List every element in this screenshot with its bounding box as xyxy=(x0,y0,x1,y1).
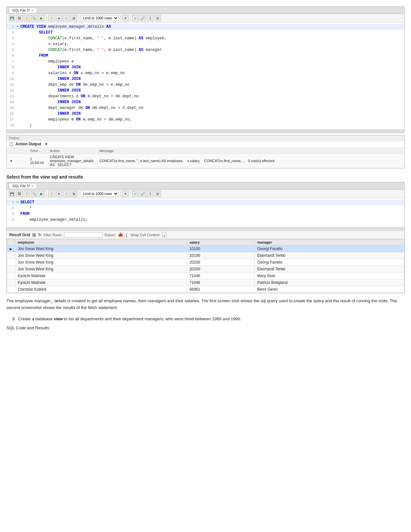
table-row[interactable]: Kyoichi Maliniak 71046 Mary Sluis xyxy=(7,273,404,279)
sep2 xyxy=(79,15,79,21)
tab-label-1: SQL File 5* xyxy=(12,8,30,12)
check-btn[interactable]: ✓ xyxy=(132,15,139,21)
circle2-btn-2[interactable]: ○ xyxy=(63,190,70,197)
status-ok-icon: ● xyxy=(10,159,12,163)
wrap-icon[interactable]: ᵪ xyxy=(162,232,166,237)
scrollbar-2[interactable] xyxy=(7,227,404,230)
code-editor-1[interactable]: 1 ● CREATE VIEW employee_manager_details… xyxy=(7,23,404,130)
table-row[interactable]: Kyoichi Maliniak 71046 Patricio Bridglan… xyxy=(7,279,404,286)
circle2-btn[interactable]: ○ xyxy=(63,15,70,21)
sql-tab-1[interactable]: SQL File 5* × xyxy=(9,7,37,13)
sql-code-results-label: SQL Code and Results xyxy=(6,325,405,330)
code2-line-3: 3 FROM xyxy=(7,211,404,217)
cell-employee-6: Kyoichi Maliniak xyxy=(15,279,187,286)
sep3 xyxy=(120,15,121,21)
find-btn[interactable]: 🔍 xyxy=(31,15,37,21)
sep1-2 xyxy=(46,191,47,197)
run-btn-2[interactable]: ⚡ xyxy=(24,190,30,197)
star-btn-2[interactable]: ✦ xyxy=(122,190,129,197)
limit-select-2[interactable]: Limit to 1000 rowsLimit to 500 rowsNo Li… xyxy=(81,191,119,197)
limit-select-1[interactable]: Limit to 1000 rowsLimit to 500 rowsNo Li… xyxy=(81,15,119,21)
scrollbar-1[interactable] xyxy=(7,130,404,133)
cell-salary-2: 10100 xyxy=(187,252,254,259)
code-line-5: 5 CONCAT(m.first_name, ' ', m.last_name)… xyxy=(7,47,404,53)
cols-btn-2[interactable]: ⊟ xyxy=(154,190,161,197)
table-row[interactable]: Jon Snow West King 20200 Georgi Facello xyxy=(7,259,404,266)
tab-bar-1: SQL File 5* × xyxy=(7,7,404,14)
cell-manager-5: Mary Sluis xyxy=(255,273,404,279)
sep4 xyxy=(130,15,131,21)
row-arrow-4 xyxy=(7,266,15,273)
search2-btn-2[interactable]: 🔎 xyxy=(140,190,146,197)
action-output-title: Action Output xyxy=(15,142,41,146)
col-employee-header: employee xyxy=(15,239,187,246)
num-btn-2[interactable]: 1 xyxy=(147,190,153,197)
code-line-7: 7 employees e xyxy=(7,59,404,64)
search2-btn[interactable]: 🔎 xyxy=(140,15,146,21)
code-line-2: 2 SELECT xyxy=(7,30,404,35)
circle-btn[interactable]: ● xyxy=(56,15,62,21)
star-btn[interactable]: ✦ xyxy=(122,15,129,21)
code-line-15: 15 dept_manager dm ON dm.dept_no = d.dep… xyxy=(7,105,404,111)
execute-btn-2[interactable]: ▶ xyxy=(38,190,45,197)
table-row[interactable]: ▶ Jon Snow West King 10100 Georgi Facell… xyxy=(7,246,404,252)
lightning-btn-2[interactable]: ⚡ xyxy=(48,190,55,197)
export-label: Export: xyxy=(105,233,116,237)
export-icon[interactable]: 📤 xyxy=(118,232,123,237)
code-editor-2[interactable]: 1 ● SELECT 2 * 3 FROM 4 employee_manager… xyxy=(7,198,404,227)
col-time xyxy=(7,148,27,154)
save-btn[interactable]: 💾 xyxy=(9,15,15,21)
check-btn-2[interactable]: ✓ xyxy=(132,190,139,197)
table-row[interactable]: Jon Snow West King 20200 Eberhardt Terkk… xyxy=(7,266,404,273)
cell-employee-7: Chirstian Koblick xyxy=(15,286,187,293)
action-output-table: Time Action Message ● 1 15:58:34 CREATE … xyxy=(7,148,404,168)
save2-btn[interactable]: 🖫 xyxy=(16,15,23,21)
result-grid-label: Result Grid xyxy=(9,233,30,237)
run-btn[interactable]: ⚡ xyxy=(24,15,30,21)
cell-employee-5: Kyoichi Maliniak xyxy=(15,273,187,279)
code-line-18: 18 | xyxy=(7,122,404,128)
result-grid-bar: Result Grid ⊞ ↻ Filter Rows: Export: 📤 |… xyxy=(7,230,404,239)
table-row[interactable]: Chirstian Koblick 66961 Berni Genin xyxy=(7,286,404,293)
cols-btn[interactable]: ⊟ xyxy=(154,15,161,21)
num-btn[interactable]: 1 xyxy=(147,15,153,21)
tab-close-2[interactable]: × xyxy=(32,184,34,188)
tab-close-1[interactable]: × xyxy=(32,9,34,12)
table-row[interactable]: Jon Snow West King 10100 Eberhardt Terkk… xyxy=(7,252,404,259)
col-message: Message xyxy=(97,148,404,154)
cell-manager-3: Georgi Facello xyxy=(255,259,404,266)
row-arrow-3 xyxy=(7,259,15,266)
code-line-9: 9 salaries s ON s.emp_no = e.emp_no xyxy=(7,70,404,76)
output-section: Output 📋 Action Output ▼ Time Action Mes… xyxy=(6,135,405,169)
col-salary-header: salary xyxy=(187,239,254,246)
dropdown-arrow-icon[interactable]: ▼ xyxy=(44,142,48,146)
cell-manager-2: Eberhardt Terkki xyxy=(255,252,404,259)
row-arrow-2 xyxy=(7,252,15,259)
col-arrow-header xyxy=(7,239,15,246)
save-btn-2[interactable]: 💾 xyxy=(9,190,15,197)
filter-rows-input[interactable] xyxy=(64,232,103,237)
grid-btn[interactable]: ⊞ xyxy=(71,15,77,21)
execute-btn[interactable]: ▶ xyxy=(38,15,45,21)
code-line-4: 4 s.salary, xyxy=(7,41,404,47)
code-line-17: 17 employees m ON m.emp_no = dm.emp_no; xyxy=(7,117,404,122)
refresh-icon[interactable]: ↻ xyxy=(38,232,42,237)
code2-line-1: 1 ● SELECT xyxy=(7,199,404,205)
result-grid-icon: ⊞ xyxy=(32,232,36,237)
tab-bar-2: SQL File 5* × xyxy=(7,182,404,189)
filter-rows-label: Filter Rows: xyxy=(44,233,62,237)
section-heading: Select from the view sql and results xyxy=(6,174,405,179)
item-text-normal2-9: to list all departments and their depart… xyxy=(63,316,241,321)
code-line-3: 3 CONCAT(e.first_name, ' ', e.last_name)… xyxy=(7,35,404,41)
sep2-2 xyxy=(79,191,79,197)
grid-btn-2[interactable]: ⊞ xyxy=(71,190,77,197)
sep4-2 xyxy=(130,191,131,197)
find-btn-2[interactable]: 🔍 xyxy=(31,190,37,197)
circle-btn-2[interactable]: ● xyxy=(56,190,62,197)
save2-btn-2[interactable]: 🖫 xyxy=(16,190,23,197)
lightning-btn[interactable]: ⚡ xyxy=(48,15,55,21)
sql-tab-2[interactable]: SQL File 5* × xyxy=(9,183,37,189)
code-line-6: 6 FROM xyxy=(7,53,404,59)
action-output-bar: 📋 Action Output ▼ xyxy=(7,141,404,148)
cell-employee-3: Jon Snow West King xyxy=(15,259,187,266)
